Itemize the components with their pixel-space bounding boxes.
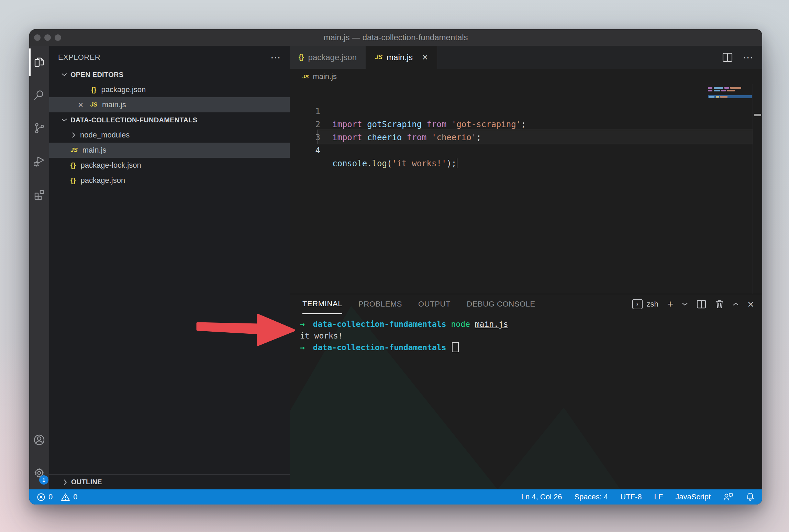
- json-file-icon: {}: [70, 162, 76, 169]
- close-tab-icon[interactable]: ×: [422, 53, 428, 62]
- panel-header: TERMINAL PROBLEMS OUTPUT DEBUG CONSOLE ›…: [290, 294, 762, 314]
- open-editors-section-header[interactable]: OPEN EDITORS: [49, 67, 290, 82]
- notifications-bell-icon[interactable]: [746, 492, 755, 502]
- js-file-icon: JS: [90, 101, 97, 108]
- js-file-icon: JS: [302, 74, 309, 79]
- tab-bar: {} package.json JS main.js × ⋯: [290, 46, 762, 69]
- terminal-cursor: [452, 342, 459, 352]
- close-editor-icon[interactable]: ×: [78, 100, 83, 109]
- feedback-icon[interactable]: [723, 492, 733, 501]
- tree-item-main-js[interactable]: JS main.js: [49, 143, 290, 158]
- code-editor[interactable]: 1 import gotScraping from 'got-scraping'…: [290, 84, 762, 294]
- debug-icon: [33, 155, 45, 167]
- chevron-down-icon: [62, 118, 67, 122]
- chevron-right-icon: [64, 479, 67, 485]
- title-bar: main.js — data-collection-fundamentals: [29, 29, 762, 46]
- code-line: 3: [290, 118, 762, 131]
- code-line: 4 console.log('it works!');: [290, 131, 762, 144]
- outline-section-header[interactable]: OUTLINE: [49, 474, 290, 489]
- traffic-lights: [34, 34, 61, 41]
- terminal-line: it works!: [300, 330, 762, 342]
- panel-tab-problems[interactable]: PROBLEMS: [358, 294, 402, 314]
- split-editor-icon[interactable]: [722, 53, 733, 62]
- close-panel-icon[interactable]: ×: [747, 299, 754, 309]
- run-debug-activity-button[interactable]: [29, 145, 49, 178]
- warning-icon: [61, 493, 70, 501]
- bottom-panel: TERMINAL PROBLEMS OUTPUT DEBUG CONSOLE ›…: [290, 294, 762, 489]
- tree-item-package-lock-json[interactable]: {} package-lock.json: [49, 158, 290, 173]
- new-terminal-icon[interactable]: +: [667, 299, 674, 309]
- open-editor-item-package-json[interactable]: {} package.json: [49, 82, 290, 97]
- kill-terminal-icon[interactable]: [715, 299, 724, 309]
- account-icon: [33, 434, 45, 446]
- json-file-icon: {}: [299, 53, 304, 61]
- terminal[interactable]: →data-collection-fundamentals node main.…: [290, 314, 762, 353]
- js-file-icon: JS: [375, 54, 382, 61]
- error-icon: [37, 493, 45, 501]
- js-file-icon: JS: [70, 147, 78, 154]
- extensions-activity-button[interactable]: [29, 178, 49, 211]
- problems-status[interactable]: 0 0: [37, 492, 78, 501]
- open-editor-item-main-js[interactable]: × JS main.js: [49, 97, 290, 112]
- more-actions-icon[interactable]: ⋯: [270, 54, 281, 61]
- workspace-section-header[interactable]: DATA-COLLECTION-FUNDAMENTALS: [49, 112, 290, 128]
- vscode-window: main.js — data-collection-fundamentals: [29, 29, 762, 505]
- sidebar-title: EXPLORER: [58, 53, 100, 62]
- chevron-down-icon: [62, 73, 67, 76]
- breadcrumb[interactable]: JS main.js: [290, 69, 762, 84]
- minimap[interactable]: [708, 87, 752, 98]
- explorer-activity-button[interactable]: [29, 46, 49, 79]
- tree-item-package-json[interactable]: {} package.json: [49, 173, 290, 188]
- terminal-shell-icon: ›: [632, 299, 643, 309]
- minimize-window-button[interactable]: [44, 34, 51, 41]
- minimap-current-line: [708, 95, 752, 98]
- encoding-status[interactable]: UTF-8: [620, 492, 642, 501]
- split-terminal-icon[interactable]: [697, 300, 706, 309]
- terminal-line: →data-collection-fundamentals node main.…: [300, 318, 762, 330]
- search-icon: [33, 89, 45, 101]
- indentation-status[interactable]: Spaces: 4: [574, 492, 608, 501]
- chevron-right-icon: [72, 132, 75, 138]
- source-control-activity-button[interactable]: [29, 112, 49, 145]
- json-file-icon: {}: [70, 177, 76, 185]
- text-cursor: [457, 158, 457, 168]
- maximize-panel-icon[interactable]: [733, 302, 738, 306]
- activity-bar: 1: [29, 46, 49, 489]
- window-title: main.js — data-collection-fundamentals: [323, 33, 468, 42]
- terminal-dropdown-icon[interactable]: [682, 302, 688, 306]
- status-bar: 0 0 Ln 4, Col 26 Spaces: 4 UTF-8 LF Java…: [29, 489, 762, 505]
- tab-main-js[interactable]: JS main.js ×: [366, 46, 437, 69]
- cursor-position-status[interactable]: Ln 4, Col 26: [521, 492, 562, 501]
- settings-button[interactable]: 1: [29, 456, 49, 489]
- zoom-window-button[interactable]: [55, 34, 61, 41]
- json-file-icon: {}: [91, 86, 97, 94]
- git-branch-icon: [33, 122, 45, 134]
- eol-status[interactable]: LF: [654, 492, 663, 501]
- language-mode-status[interactable]: JavaScript: [675, 492, 711, 501]
- files-icon: [33, 56, 45, 68]
- code-line: 2 import cheerio from 'cheerio';: [290, 105, 762, 118]
- explorer-sidebar: EXPLORER ⋯ OPEN EDITORS {} package.json …: [49, 46, 290, 489]
- code-line: 1 import gotScraping from 'got-scraping'…: [290, 92, 762, 105]
- scrollbar-cursor-marker: [754, 114, 761, 116]
- terminal-line: →data-collection-fundamentals: [300, 342, 762, 353]
- extensions-icon: [33, 188, 45, 200]
- close-window-button[interactable]: [34, 34, 41, 41]
- shell-name[interactable]: zsh: [647, 300, 658, 309]
- editor-group: {} package.json JS main.js × ⋯: [290, 46, 762, 489]
- account-button[interactable]: [29, 423, 49, 456]
- settings-badge: 1: [39, 475, 48, 485]
- panel-tab-terminal[interactable]: TERMINAL: [302, 294, 342, 314]
- tree-item-node-modules[interactable]: node_modules: [49, 128, 290, 143]
- search-activity-button[interactable]: [29, 79, 49, 112]
- panel-tab-debug-console[interactable]: DEBUG CONSOLE: [467, 294, 535, 314]
- panel-tab-output[interactable]: OUTPUT: [418, 294, 451, 314]
- tab-package-json[interactable]: {} package.json: [290, 46, 366, 69]
- editor-scrollbar[interactable]: [753, 84, 762, 294]
- more-actions-icon[interactable]: ⋯: [743, 54, 754, 61]
